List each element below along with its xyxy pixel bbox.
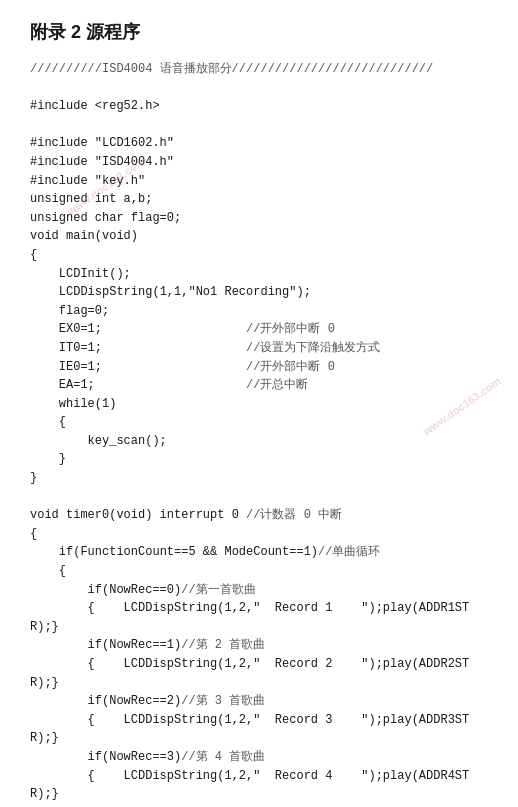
code-content: //////////ISD4004 语音播放部分////////////////… — [30, 60, 488, 807]
source-code: //////////ISD4004 语音播放部分////////////////… — [30, 60, 488, 807]
page-title: 附录 2 源程序 — [30, 20, 488, 44]
section-comment: //////////ISD4004 语音播放部分////////////////… — [30, 62, 433, 76]
